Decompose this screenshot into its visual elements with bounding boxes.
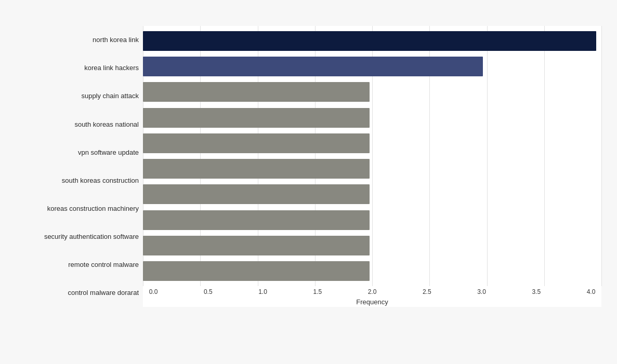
x-tick-label: 3.5 [526,288,547,295]
x-tick-label: 1.0 [253,288,273,295]
y-axis-label: korea link hackers [16,54,139,82]
bar-row [143,53,596,79]
bar [143,159,370,179]
bar-row [143,156,596,181]
x-tick-label: 3.0 [471,288,492,295]
x-axis-title: Frequency [143,298,601,306]
chart-title [16,10,601,16]
bar-row [143,105,596,130]
y-axis-label: control malware dorarat [16,279,139,307]
bar [143,184,370,204]
y-axis-label: vpn software update [16,138,139,166]
x-tick-label: 4.0 [581,288,601,295]
bar-row [143,79,596,105]
bar-row [143,207,596,233]
chart-container: north korea linkkorea link hackerssupply… [0,0,617,364]
bar-row [143,182,596,207]
bar-row [143,130,596,156]
y-axis-label: security authentication software [16,223,139,251]
bar [143,108,370,128]
y-axis-label: south koreas national [16,110,139,138]
bar [143,210,370,230]
bar [143,133,370,153]
x-tick-label: 2.5 [416,288,437,295]
y-axis-label: remote control malware [16,251,139,279]
x-tick-label: 0.0 [143,288,164,295]
y-axis-label: supply chain attack [16,82,139,110]
bar-row [143,259,596,284]
y-axis-label: koreas construction machinery [16,195,139,223]
bar-row [143,233,596,258]
x-tick-label: 1.5 [307,288,328,295]
bar [143,82,370,102]
y-axis-label: south koreas construction [16,166,139,194]
bar [143,31,596,51]
bar [143,57,483,76]
y-axis-labels: north korea linkkorea link hackerssupply… [16,26,143,307]
bar-row [143,28,596,53]
bar [143,236,370,255]
y-axis-label: north korea link [16,26,139,54]
bar [143,261,370,281]
x-tick-label: 0.5 [198,288,218,295]
x-tick-label: 2.0 [362,288,383,295]
